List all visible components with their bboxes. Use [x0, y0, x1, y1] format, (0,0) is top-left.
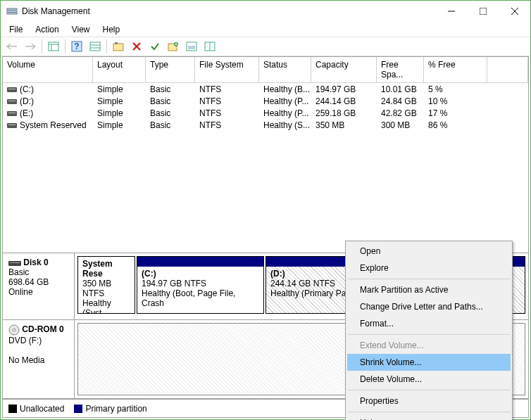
svg-rect-27 — [7, 87, 17, 92]
col-type[interactable]: Type — [146, 57, 195, 82]
titlebar: Disk Management — [1, 1, 530, 22]
minimize-button[interactable] — [435, 1, 467, 22]
cdrom-line3: No Media — [8, 355, 44, 365]
toolbar: ? — [1, 37, 530, 56]
delete-icon[interactable] — [128, 38, 145, 55]
context-menu: Open Explore Mark Partition as Active Ch… — [345, 241, 513, 420]
menubar: File Action View Help — [1, 22, 530, 37]
col-spacer — [487, 57, 528, 82]
cdrom-line2: DVD (F:) — [8, 336, 42, 345]
toolbar-list-icon[interactable] — [87, 38, 104, 55]
ctx-explore[interactable]: Explore — [347, 260, 511, 276]
volume-list-header: Volume Layout Type File System Status Ca… — [3, 57, 528, 83]
svg-rect-15 — [113, 44, 123, 51]
svg-rect-36 — [10, 262, 20, 263]
svg-rect-4 — [480, 8, 487, 15]
volume-row[interactable]: (E:)SimpleBasicNTFSHealthy (P...259.18 G… — [3, 107, 528, 119]
svg-rect-1 — [8, 10, 16, 11]
volume-row[interactable]: (C:)SimpleBasicNTFSHealthy (B...194.97 G… — [3, 83, 528, 95]
volume-row[interactable]: System ReservedSimpleBasicNTFSHealthy (S… — [3, 119, 528, 131]
volume-row[interactable]: (D:)SimpleBasicNTFSHealthy (P...244.14 G… — [3, 95, 528, 107]
toolbar-disk-icon[interactable] — [183, 38, 200, 55]
ctx-properties[interactable]: Properties — [347, 393, 511, 409]
ctx-extend: Extend Volume... — [347, 337, 511, 354]
toolbar-settings-icon[interactable] — [110, 38, 127, 55]
toolbar-window-icon[interactable] — [201, 38, 218, 55]
cdrom-label: CD-ROM 0 — [22, 324, 63, 334]
ctx-open[interactable]: Open — [347, 243, 511, 260]
volume-list[interactable]: Volume Layout Type File System Status Ca… — [3, 57, 528, 253]
col-pct[interactable]: % Free — [424, 57, 487, 82]
svg-rect-0 — [7, 8, 17, 14]
ctx-help[interactable]: Help — [347, 414, 511, 420]
svg-text:?: ? — [74, 42, 79, 51]
disk0-label: Disk 0 — [23, 257, 48, 267]
toolbar-add-icon[interactable] — [165, 38, 182, 55]
svg-rect-33 — [7, 123, 17, 128]
col-filesystem[interactable]: File System — [195, 57, 259, 82]
col-volume[interactable]: Volume — [3, 57, 93, 82]
disk0-type: Basic — [8, 267, 29, 277]
ctx-format[interactable]: Format... — [347, 315, 511, 332]
app-icon — [6, 6, 18, 17]
forward-button — [22, 38, 39, 55]
svg-rect-34 — [8, 125, 15, 125]
partition-system-reserved[interactable]: System Rese 350 MB NTFS Healthy (Syst — [77, 256, 135, 314]
col-capacity[interactable]: Capacity — [311, 57, 377, 82]
svg-point-38 — [13, 329, 15, 331]
svg-rect-7 — [49, 42, 58, 51]
svg-rect-30 — [8, 101, 15, 101]
back-button — [4, 38, 20, 55]
svg-rect-12 — [90, 42, 100, 51]
cdrom-info[interactable]: CD-ROM 0 DVD (F:) No Media — [3, 320, 75, 398]
svg-rect-31 — [7, 111, 17, 116]
svg-rect-35 — [8, 261, 21, 266]
window-title: Disk Management — [22, 6, 435, 16]
ctx-shrink[interactable]: Shrink Volume... — [347, 354, 511, 371]
partition-c[interactable]: (C:) 194.97 GB NTFS Healthy (Boot, Page … — [137, 256, 264, 314]
col-layout[interactable]: Layout — [93, 57, 146, 82]
legend-unallocated: Unallocated — [20, 404, 64, 414]
disk0-info[interactable]: Disk 0 Basic 698.64 GB Online — [3, 253, 75, 319]
col-status[interactable]: Status — [259, 57, 311, 82]
help-icon[interactable]: ? — [68, 38, 85, 55]
toolbar-view-icon[interactable] — [45, 38, 62, 55]
disk0-state: Online — [8, 287, 33, 297]
disk0-size: 698.64 GB — [8, 277, 49, 287]
check-icon[interactable] — [146, 38, 163, 55]
legend-primary: Primary partition — [85, 404, 146, 414]
menu-file[interactable]: File — [4, 23, 28, 36]
close-button[interactable] — [499, 1, 530, 22]
maximize-button[interactable] — [467, 1, 499, 22]
menu-help[interactable]: Help — [97, 23, 126, 36]
menu-action[interactable]: Action — [30, 23, 64, 36]
svg-rect-24 — [188, 46, 195, 49]
svg-rect-32 — [8, 113, 15, 113]
svg-rect-2 — [8, 12, 16, 13]
svg-rect-28 — [8, 89, 15, 89]
col-free[interactable]: Free Spa... — [377, 57, 424, 82]
ctx-mark-active[interactable]: Mark Partition as Active — [347, 281, 511, 298]
svg-rect-29 — [7, 99, 17, 104]
ctx-delete[interactable]: Delete Volume... — [347, 371, 511, 388]
svg-rect-16 — [115, 42, 118, 44]
menu-view[interactable]: View — [66, 23, 96, 36]
ctx-change-letter[interactable]: Change Drive Letter and Paths... — [347, 298, 511, 315]
